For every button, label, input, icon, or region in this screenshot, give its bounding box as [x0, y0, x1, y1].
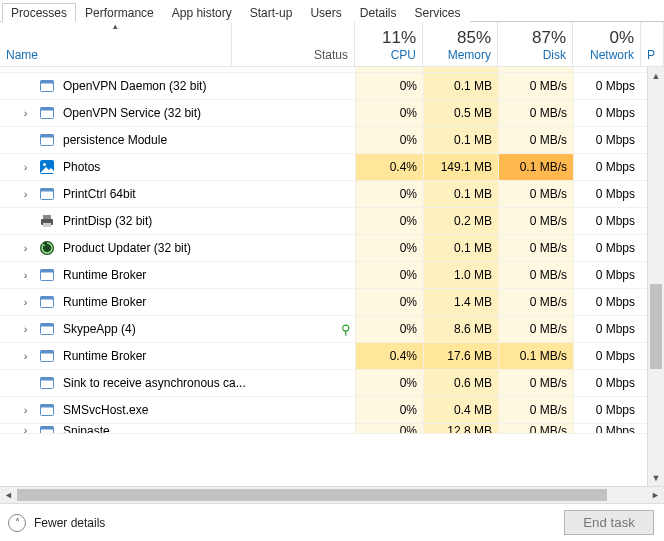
- process-name-cell[interactable]: ›Microsoft® Volume Shadow Co...: [0, 67, 355, 72]
- tab-users[interactable]: Users: [301, 3, 350, 22]
- table-row[interactable]: ›SMSvcHost.exe0%0.4 MB0 MB/s0 Mbps: [0, 397, 647, 424]
- process-name-cell[interactable]: ›Runtime Broker: [0, 343, 355, 369]
- cell-net: 0 Mbps: [573, 316, 641, 342]
- process-name-cell[interactable]: ›Runtime Broker: [0, 289, 355, 315]
- process-name: Photos: [63, 160, 100, 174]
- svg-rect-25: [41, 378, 54, 381]
- col-name[interactable]: ▴ Name: [0, 22, 232, 66]
- process-name: SMSvcHost.exe: [63, 403, 148, 417]
- cell-net: 0 Mbps: [573, 262, 641, 288]
- table-row[interactable]: ›Runtime Broker0%1.0 MB0 MB/s0 Mbps: [0, 262, 647, 289]
- cell-cpu: 0.4%: [355, 343, 423, 369]
- expand-chevron-icon[interactable]: ›: [20, 296, 31, 308]
- process-name-cell[interactable]: ›Runtime Broker: [0, 262, 355, 288]
- sort-caret-up-icon: ▴: [113, 21, 118, 31]
- process-name-cell[interactable]: ›OpenVPN Service (32 bit): [0, 100, 355, 126]
- col-network[interactable]: 0% Network: [573, 22, 641, 66]
- expand-chevron-icon[interactable]: ›: [20, 242, 31, 254]
- cell-mem: 0.2 MB: [423, 208, 498, 234]
- footer: ˄ Fewer details End task: [0, 503, 664, 541]
- table-row[interactable]: ›PrintDisp (32 bit)0%0.2 MB0 MB/s0 Mbps: [0, 208, 647, 235]
- process-name-cell[interactable]: ›OpenVPN Daemon (32 bit): [0, 73, 355, 99]
- process-name-cell[interactable]: ›Snipaste: [0, 424, 355, 433]
- scroll-thumb[interactable]: [650, 284, 662, 369]
- table-row[interactable]: ›persistence Module0%0.1 MB0 MB/s0 Mbps: [0, 127, 647, 154]
- cell-net: 0 Mbps: [573, 370, 641, 396]
- col-status[interactable]: Status: [232, 22, 355, 66]
- process-list: ›Microsoft® Volume Shadow Co...0%0.1 MB0…: [0, 67, 664, 486]
- table-row[interactable]: ›Sink to receive asynchronous ca...0%0.6…: [0, 370, 647, 397]
- process-name-cell[interactable]: ›SMSvcHost.exe: [0, 397, 355, 423]
- fewer-details-button[interactable]: ˄ Fewer details: [8, 514, 105, 532]
- process-name-cell[interactable]: ›PrintDisp (32 bit): [0, 208, 355, 234]
- expand-chevron-icon[interactable]: ›: [20, 161, 31, 173]
- cell-disk: 0 MB/s: [498, 316, 573, 342]
- tab-app-history[interactable]: App history: [163, 3, 241, 22]
- scroll-up-icon[interactable]: ▲: [648, 67, 664, 84]
- cell-mem: 0.4 MB: [423, 397, 498, 423]
- cell-cpu: 0%: [355, 67, 423, 72]
- process-name: Sink to receive asynchronous ca...: [63, 376, 246, 390]
- horizontal-scrollbar[interactable]: ◄ ►: [0, 486, 664, 503]
- svg-rect-23: [41, 351, 54, 354]
- table-row[interactable]: ›Product Updater (32 bit)0%0.1 MB0 MB/s0…: [0, 235, 647, 262]
- col-cpu[interactable]: 11% CPU: [355, 22, 423, 66]
- scroll-down-icon[interactable]: ▼: [648, 469, 664, 486]
- end-task-button[interactable]: End task: [564, 510, 654, 535]
- tab-processes[interactable]: Processes: [2, 3, 76, 22]
- tab-services[interactable]: Services: [405, 3, 469, 22]
- window-icon: [39, 105, 55, 121]
- cell-cpu: 0.4%: [355, 154, 423, 180]
- cell-cpu: 0%: [355, 235, 423, 261]
- cell-mem: 12.8 MB: [423, 424, 498, 433]
- cell-net: 0 Mbps: [573, 424, 641, 433]
- cell-disk: 0 MB/s: [498, 424, 573, 433]
- col-extra-label: P: [647, 48, 657, 62]
- process-name-cell[interactable]: ›Sink to receive asynchronous ca...: [0, 370, 355, 396]
- table-row[interactable]: ›SkypeApp (4)⚲0%8.6 MB0 MB/s0 Mbps: [0, 316, 647, 343]
- svg-rect-14: [43, 223, 51, 227]
- table-row[interactable]: ›OpenVPN Service (32 bit)0%0.5 MB0 MB/s0…: [0, 100, 647, 127]
- col-cpu-label: CPU: [391, 48, 416, 62]
- cell-disk: 0 MB/s: [498, 370, 573, 396]
- expand-chevron-icon[interactable]: ›: [20, 424, 31, 434]
- scroll-right-icon[interactable]: ►: [647, 490, 664, 500]
- tab-performance[interactable]: Performance: [76, 3, 163, 22]
- expand-chevron-icon[interactable]: ›: [20, 323, 31, 335]
- process-name: Runtime Broker: [63, 268, 146, 282]
- expand-chevron-icon[interactable]: ›: [20, 107, 31, 119]
- cell-cpu: 0%: [355, 100, 423, 126]
- expand-chevron-icon[interactable]: ›: [20, 269, 31, 281]
- table-row[interactable]: ›Runtime Broker0%1.4 MB0 MB/s0 Mbps: [0, 289, 647, 316]
- table-row[interactable]: ›OpenVPN Daemon (32 bit)0%0.1 MB0 MB/s0 …: [0, 73, 647, 100]
- table-row[interactable]: ›Photos0.4%149.1 MB0.1 MB/s0 Mbps: [0, 154, 647, 181]
- process-name-cell[interactable]: ›SkypeApp (4)⚲: [0, 316, 355, 342]
- vertical-scrollbar[interactable]: ▲ ▼: [647, 67, 664, 486]
- table-row[interactable]: ›Runtime Broker0.4%17.6 MB0.1 MB/s0 Mbps: [0, 343, 647, 370]
- scroll-left-icon[interactable]: ◄: [0, 490, 17, 500]
- cell-net: 0 Mbps: [573, 289, 641, 315]
- hscroll-thumb[interactable]: [17, 489, 607, 501]
- process-name-cell[interactable]: ›Product Updater (32 bit): [0, 235, 355, 261]
- process-name-cell[interactable]: ›Photos: [0, 154, 355, 180]
- col-extra[interactable]: P: [641, 22, 664, 66]
- cell-mem: 149.1 MB: [423, 154, 498, 180]
- col-network-pct: 0%: [609, 28, 634, 48]
- col-memory[interactable]: 85% Memory: [423, 22, 498, 66]
- tab-start-up[interactable]: Start-up: [241, 3, 302, 22]
- expand-chevron-icon[interactable]: ›: [20, 404, 31, 416]
- table-row[interactable]: ›PrintCtrl 64bit0%0.1 MB0 MB/s0 Mbps: [0, 181, 647, 208]
- cell-disk: 0 MB/s: [498, 67, 573, 72]
- tab-details[interactable]: Details: [351, 3, 406, 22]
- col-disk[interactable]: 87% Disk: [498, 22, 573, 66]
- cell-net: 0 Mbps: [573, 235, 641, 261]
- process-name-cell[interactable]: ›persistence Module: [0, 127, 355, 153]
- cell-disk: 0 MB/s: [498, 235, 573, 261]
- col-memory-label: Memory: [448, 48, 491, 62]
- expand-chevron-icon[interactable]: ›: [20, 188, 31, 200]
- process-name-cell[interactable]: ›PrintCtrl 64bit: [0, 181, 355, 207]
- expand-chevron-icon[interactable]: ›: [20, 350, 31, 362]
- process-name: Snipaste: [63, 424, 110, 434]
- cell-cpu: 0%: [355, 370, 423, 396]
- table-row[interactable]: ›Snipaste0%12.8 MB0 MB/s0 Mbps: [0, 424, 647, 434]
